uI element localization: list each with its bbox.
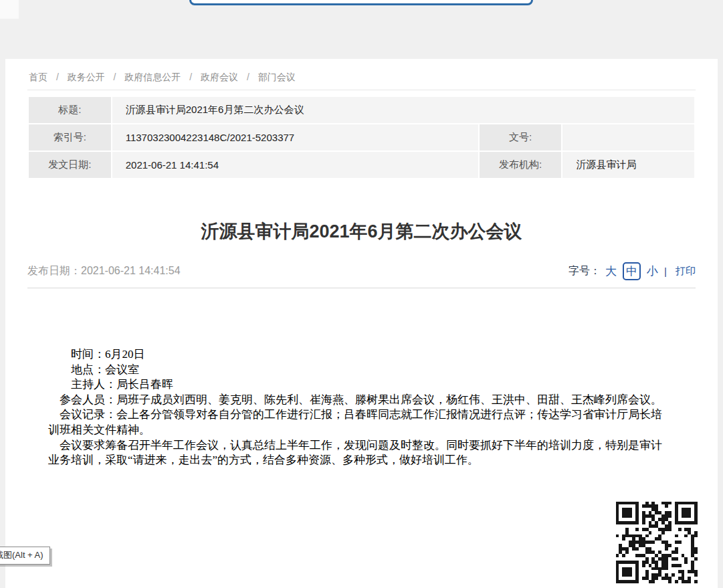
table-row: 发文日期: 2021-06-21 14:41:54 发布机构: 沂源县审计局	[29, 152, 694, 178]
paragraph-attendees: 参会人员：局班子成员刘西明、姜克明、陈先利、崔海燕、滕树果出席会议，杨红伟、王洪…	[48, 393, 672, 408]
title-label: 标题:	[29, 97, 111, 123]
breadcrumb-bmhy[interactable]: 部门会议	[258, 72, 296, 82]
breadcrumb: 首页 / 政务公开 / 政府信息公开 / 政府会议 / 部门会议	[27, 59, 696, 90]
print-button[interactable]: 打印	[676, 265, 696, 278]
breadcrumb-separator: /	[189, 72, 192, 82]
breadcrumb-zfhy[interactable]: 政府会议	[201, 72, 238, 82]
page-title: 沂源县审计局2021年6月第二次办公会议	[27, 219, 696, 243]
font-size-large-button[interactable]: 大	[605, 264, 617, 279]
article-meta-line: 发布日期：2021-06-21 14:41:54 字号： 大 中 小 | 打印	[27, 262, 696, 288]
metadata-table: 标题: 沂源县审计局2021年6月第二次办公会议 索引号: 1137032300…	[27, 96, 696, 179]
table-row: 索引号: 11370323004223148C/2021-5203377 文号:	[29, 124, 694, 151]
doc-number-label: 文号:	[480, 124, 562, 151]
font-size-tools: 字号： 大 中 小 | 打印	[569, 262, 696, 280]
issue-date-label: 发文日期:	[29, 152, 111, 178]
breadcrumb-home[interactable]: 首页	[29, 72, 47, 82]
issuing-agency-label: 发布机构:	[480, 152, 562, 178]
issue-date-value: 2021-06-21 14:41:54	[112, 152, 478, 178]
table-row: 标题: 沂源县审计局2021年6月第二次办公会议	[29, 97, 694, 123]
breadcrumb-separator: /	[114, 72, 116, 82]
paragraph-host: 主持人：局长吕春晖	[48, 377, 672, 393]
font-size-label: 字号：	[569, 264, 601, 278]
screenshot-tooltip: 截图(Alt + A)	[0, 547, 50, 565]
search-box-partial[interactable]	[189, 0, 533, 5]
corner-square	[0, 0, 19, 19]
issuing-agency-value: 沂源县审计局	[562, 152, 694, 178]
font-size-medium-button[interactable]: 中	[623, 262, 641, 280]
paragraph-place: 地点：会议室	[48, 363, 672, 378]
breadcrumb-zfxxgk[interactable]: 政府信息公开	[124, 72, 181, 82]
publish-date-label: 发布日期：	[27, 265, 81, 276]
paragraph-minutes: 会议记录：会上各分管领导对各自分管的工作进行汇报；吕春晖同志就工作汇报情况进行点…	[48, 407, 672, 437]
page: 首页 / 政务公开 / 政府信息公开 / 政府会议 / 部门会议 标题: 沂源县…	[0, 0, 723, 588]
divider: |	[664, 266, 667, 277]
content-panel: 首页 / 政务公开 / 政府信息公开 / 政府会议 / 部门会议 标题: 沂源县…	[5, 59, 718, 588]
index-number-label: 索引号:	[29, 124, 111, 151]
title-value: 沂源县审计局2021年6月第二次办公会议	[112, 97, 694, 123]
breadcrumb-separator: /	[56, 72, 59, 82]
publish-date: 发布日期：2021-06-21 14:41:54	[27, 264, 181, 278]
breadcrumb-zwgk[interactable]: 政务公开	[68, 72, 105, 82]
paragraph-requirements: 会议要求筹备召开半年工作会议，认真总结上半年工作，发现问题及时整改。同时要抓好下…	[48, 438, 672, 468]
publish-date-value: 2021-06-21 14:41:54	[81, 265, 181, 276]
paragraph-time: 时间：6月20日	[48, 347, 672, 363]
article-body: 时间：6月20日 地点：会议室 主持人：局长吕春晖 参会人员：局班子成员刘西明、…	[27, 347, 696, 468]
breadcrumb-separator: /	[247, 72, 249, 82]
font-size-small-button[interactable]: 小	[647, 264, 658, 279]
index-number-value: 11370323004223148C/2021-5203377	[112, 124, 478, 151]
qr-code	[615, 501, 698, 588]
doc-number-value	[562, 124, 694, 151]
